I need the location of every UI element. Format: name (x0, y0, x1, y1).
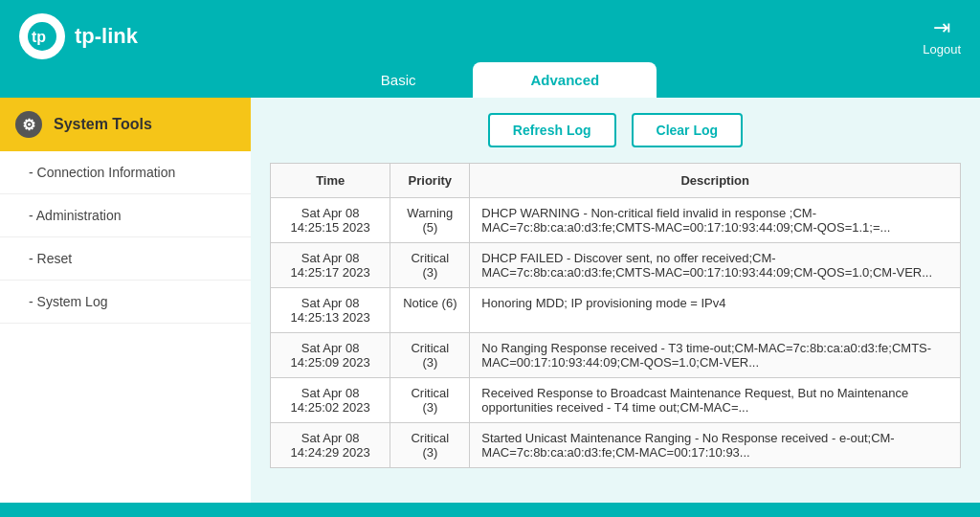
cell-description: DHCP FAILED - Discover sent, no offer re… (470, 243, 961, 288)
tp-link-logo-icon: tp (19, 13, 65, 59)
table-row: Sat Apr 08 14:25:02 2023Critical (3)Rece… (271, 378, 961, 423)
clear-log-button[interactable]: Clear Log (632, 113, 744, 147)
cell-time: Sat Apr 08 14:25:02 2023 (271, 378, 390, 423)
cell-priority: Critical (3) (390, 423, 470, 468)
gear-icon: ⚙ (15, 111, 42, 138)
main-layout: ⚙ System Tools - Connection Information … (0, 98, 980, 503)
sidebar-item-reset[interactable]: - Reset (0, 237, 251, 281)
log-table: Time Priority Description Sat Apr 08 14:… (270, 163, 961, 468)
cell-priority: Warning (5) (390, 198, 470, 243)
table-row: Sat Apr 08 14:25:09 2023Critical (3)No R… (271, 333, 961, 378)
table-row: Sat Apr 08 14:25:17 2023Critical (3)DHCP… (271, 243, 961, 288)
header: tp tp-link ⇥ Logout (0, 0, 980, 72)
cell-description: Started Unicast Maintenance Ranging - No… (470, 423, 961, 468)
sidebar-title: ⚙ System Tools (0, 98, 251, 151)
cell-description: Received Response to Broadcast Maintenan… (470, 378, 961, 423)
table-row: Sat Apr 08 14:25:13 2023Notice (6)Honori… (271, 288, 961, 333)
refresh-log-button[interactable]: Refresh Log (488, 113, 616, 147)
sidebar: ⚙ System Tools - Connection Information … (0, 98, 251, 503)
cell-time: Sat Apr 08 14:24:29 2023 (271, 423, 390, 468)
tab-basic[interactable]: Basic (323, 62, 474, 98)
logout-button[interactable]: ⇥ Logout (923, 15, 961, 56)
svg-text:tp: tp (32, 29, 46, 45)
cell-time: Sat Apr 08 14:25:17 2023 (271, 243, 390, 288)
sidebar-title-label: System Tools (54, 116, 152, 133)
cell-priority: Critical (3) (390, 333, 470, 378)
log-toolbar: Refresh Log Clear Log (270, 113, 961, 147)
logo-area: tp tp-link (19, 13, 138, 59)
content-area: Refresh Log Clear Log Time Priority Desc… (251, 98, 980, 503)
cell-time: Sat Apr 08 14:25:15 2023 (271, 198, 390, 243)
cell-priority: Critical (3) (390, 243, 470, 288)
tab-advanced[interactable]: Advanced (473, 62, 657, 98)
logo-text: tp-link (75, 24, 138, 49)
cell-priority: Notice (6) (390, 288, 470, 333)
cell-description: Honoring MDD; IP provisioning mode = IPv… (470, 288, 961, 333)
table-row: Sat Apr 08 14:25:15 2023Warning (5)DHCP … (271, 198, 961, 243)
logout-label: Logout (923, 42, 961, 56)
logout-icon: ⇥ (933, 15, 950, 40)
cell-time: Sat Apr 08 14:25:09 2023 (271, 333, 390, 378)
cell-description: No Ranging Response received - T3 time-o… (470, 333, 961, 378)
cell-description: DHCP WARNING - Non-critical field invali… (470, 198, 961, 243)
cell-priority: Critical (3) (390, 378, 470, 423)
col-time: Time (271, 164, 390, 198)
nav-tabs: Basic Advanced (0, 62, 980, 98)
sidebar-item-connection-info[interactable]: - Connection Information (0, 151, 251, 194)
table-row: Sat Apr 08 14:24:29 2023Critical (3)Star… (271, 423, 961, 468)
sidebar-item-system-log[interactable]: - System Log (0, 281, 251, 324)
cell-time: Sat Apr 08 14:25:13 2023 (271, 288, 390, 333)
col-priority: Priority (390, 164, 470, 198)
sidebar-item-administration[interactable]: - Administration (0, 194, 251, 237)
col-description: Description (470, 164, 961, 198)
